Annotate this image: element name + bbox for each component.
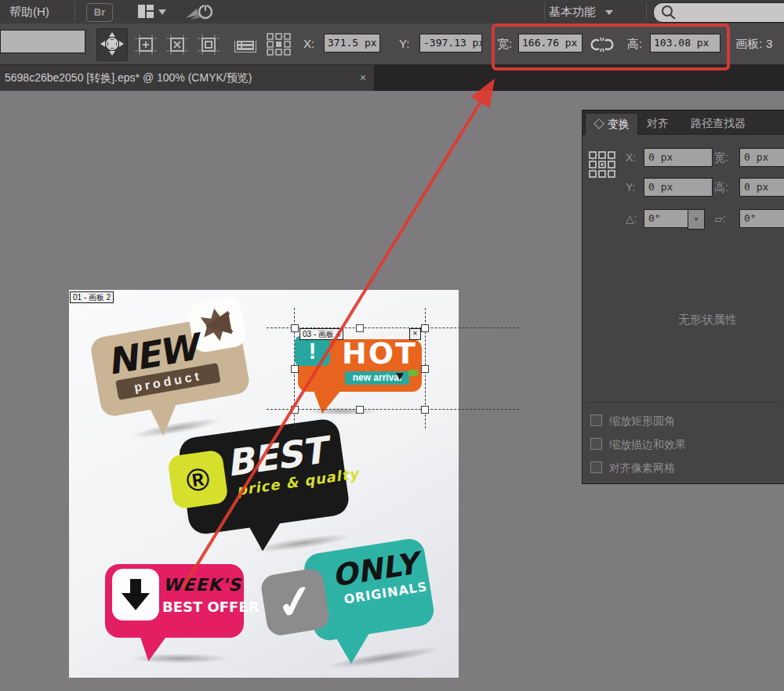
week-badge-icon-box xyxy=(112,569,159,620)
artboard-count-value: 3 xyxy=(766,37,772,50)
selection-handle-se[interactable] xyxy=(421,406,429,414)
hot-badge-icon-box: ! xyxy=(295,336,330,366)
align-pixel-grid-label: 对齐像素网格 xyxy=(609,461,675,476)
link-dimensions-icon[interactable] xyxy=(590,35,614,57)
selection-handle-ne[interactable] xyxy=(421,324,429,332)
instance-name-input[interactable] xyxy=(0,30,85,53)
panel-height-field[interactable]: 0 px xyxy=(739,178,784,197)
down-arrow-icon xyxy=(120,577,151,612)
tab-transform[interactable]: ◇ 变换 xyxy=(585,113,638,135)
exclamation-icon: ! xyxy=(309,338,317,364)
workspace-switcher[interactable]: 基本功能 xyxy=(549,0,613,24)
document-tab-bar: 5698c26be2050 [转换].eps* @ 100% (CMYK/预览)… xyxy=(0,65,784,91)
selection-handle-s[interactable] xyxy=(356,406,364,414)
separator xyxy=(544,2,545,21)
panel-collapse-icon: ◇ xyxy=(593,118,604,130)
tab-transform-label: 变换 xyxy=(608,118,630,130)
x-label: X: xyxy=(303,37,314,50)
panel-width-field[interactable]: 0 px xyxy=(739,148,784,167)
no-shape-properties-text: 无形状属性 xyxy=(678,313,737,327)
menu-help[interactable]: 帮助(H) xyxy=(0,0,59,24)
artboard-preset-portrait-icon[interactable] xyxy=(166,34,188,58)
artboard-count-label: 画板: xyxy=(735,37,762,52)
panel-divider xyxy=(586,402,782,403)
selection-tag: 03 - 画板 4 xyxy=(299,328,343,340)
document-tab[interactable]: 5698c26be2050 [转换].eps* @ 100% (CMYK/预览)… xyxy=(0,65,374,91)
green-annotation xyxy=(408,370,418,376)
badge-new-product: NEW product xyxy=(86,294,270,446)
align-pixel-grid-checkbox[interactable] xyxy=(590,461,602,473)
move-artboard-button[interactable] xyxy=(96,28,128,61)
only-badge-icon-box: ✓ xyxy=(260,567,331,638)
rotate-dropdown[interactable]: ▼ xyxy=(688,209,705,230)
artboard-preset-landscape-icon[interactable] xyxy=(135,34,157,58)
control-bar: X: 371.5 px Y: -397.13 px 宽: 166.76 px 高… xyxy=(0,24,784,65)
star-arrow-icon xyxy=(194,303,239,346)
panel-height-label: 高: xyxy=(714,181,728,195)
scale-corners-label: 缩放矩形圆角 xyxy=(609,414,675,429)
badge-subtext: BEST OFFER xyxy=(162,599,260,615)
badge-shadow xyxy=(129,653,230,664)
width-field[interactable]: 166.76 px xyxy=(518,34,583,52)
selection-handle-n[interactable] xyxy=(356,324,364,332)
selection-handle-w[interactable] xyxy=(291,365,299,373)
height-label: 高: xyxy=(627,37,642,52)
panel-width-label: 宽: xyxy=(714,151,728,165)
document-title: 5698c26be2050 [转换].eps* @ 100% (CMYK/预览) xyxy=(5,71,252,84)
shear-icon: ▱: xyxy=(714,212,726,225)
menu-bar: 帮助(H) Br 基本功能 xyxy=(0,0,784,24)
panel-x-label: X: xyxy=(626,151,636,164)
width-label: 宽: xyxy=(497,37,512,52)
badge-text: HOT xyxy=(342,336,417,371)
chevron-down-icon xyxy=(605,10,613,15)
reference-point-grid-icon[interactable] xyxy=(267,33,292,60)
cs-live-icon[interactable] xyxy=(183,2,214,24)
scale-corners-checkbox[interactable] xyxy=(590,414,602,426)
search-input[interactable] xyxy=(653,2,784,23)
best-badge-icon-box: ® xyxy=(167,450,229,510)
registered-icon: ® xyxy=(184,461,212,499)
panel-y-label: Y: xyxy=(626,181,635,194)
selection-handle-nw[interactable] xyxy=(291,324,299,332)
artboard-options-icon[interactable] xyxy=(234,36,257,56)
badge-text: WEEK'S xyxy=(163,575,241,595)
tab-pathfinder[interactable]: 路径查找器 xyxy=(683,113,753,134)
tab-close-icon[interactable]: × xyxy=(353,65,373,91)
rotate-icon: △: xyxy=(626,212,637,225)
arrange-documents-icon[interactable] xyxy=(137,4,167,23)
panel-y-field[interactable]: 0 px xyxy=(644,178,713,197)
artboard-tag: 01 - 画板 2 xyxy=(70,291,114,303)
badge-only: ✓ ONLY ORIGINALS xyxy=(256,529,450,680)
separator xyxy=(74,2,75,21)
tab-align[interactable]: 对齐 xyxy=(639,113,677,134)
badge-week: WEEK'S BEST OFFER xyxy=(105,558,250,664)
checkmark-icon: ✓ xyxy=(273,577,318,628)
workspace-label: 基本功能 xyxy=(549,5,596,18)
selection-handle-sw[interactable] xyxy=(291,406,299,414)
bridge-button[interactable]: Br xyxy=(86,3,113,22)
y-label: Y: xyxy=(399,37,409,50)
selection-guide-bottom xyxy=(267,409,519,410)
reference-point-locator-icon[interactable] xyxy=(589,151,615,181)
selection-close-icon[interactable]: × xyxy=(409,328,421,340)
separator xyxy=(646,2,647,21)
artboard-preset-square-icon[interactable] xyxy=(198,34,220,58)
panel-tab-bar: ◇ 变换 对齐 路径查找器 xyxy=(583,110,784,135)
scale-strokes-checkbox[interactable] xyxy=(590,438,602,450)
y-field[interactable]: -397.13 px xyxy=(419,34,482,52)
search-icon xyxy=(660,5,677,20)
x-field[interactable]: 371.5 px xyxy=(324,34,380,52)
height-field[interactable]: 103.08 px xyxy=(650,34,720,52)
selection-handle-e[interactable] xyxy=(421,365,429,373)
scale-strokes-label: 缩放描边和效果 xyxy=(609,438,686,452)
transform-panel: ◇ 变换 对齐 路径查找器 X: 0 px 宽: 0 px Y: 0 px 高:… xyxy=(582,110,784,484)
shear-field[interactable]: 0° xyxy=(739,209,784,228)
panel-x-field[interactable]: 0 px xyxy=(644,148,713,167)
cursor-icon xyxy=(396,373,404,380)
artboard-image: 01 - 画板 2 NEW product ® BEST price & qua… xyxy=(69,290,459,678)
